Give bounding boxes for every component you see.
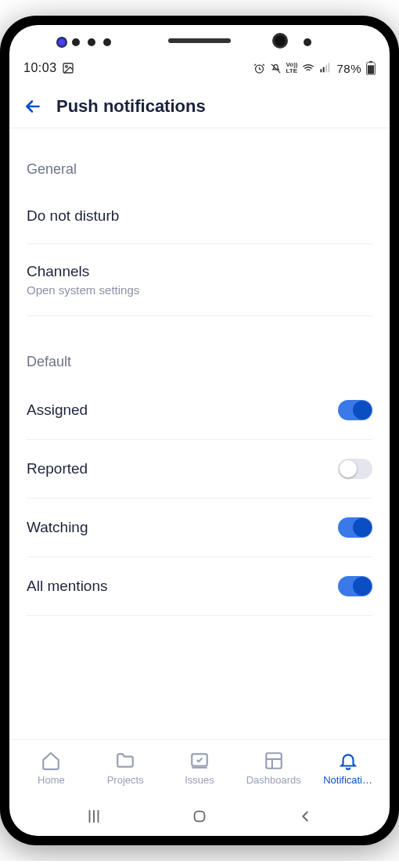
row-label: Watching <box>27 519 88 536</box>
nav-notifications[interactable]: Notificati… <box>311 751 385 786</box>
phone-frame: 10:03 Vo))LTE 78% <box>0 16 399 845</box>
phone-screen: 10:03 Vo))LTE 78% <box>9 25 390 836</box>
issues-icon <box>189 751 210 771</box>
svg-rect-9 <box>368 65 374 74</box>
nav-label: Home <box>38 774 65 786</box>
settings-list[interactable]: General Do not disturb Channels Open sys… <box>9 128 390 739</box>
battery-icon <box>366 61 376 75</box>
row-watching[interactable]: Watching <box>27 499 372 557</box>
row-assigned[interactable]: Assigned <box>27 381 372 440</box>
status-bar: 10:03 Vo))LTE 78% <box>9 45 390 85</box>
svg-rect-3 <box>321 69 322 72</box>
sys-back-button[interactable] <box>289 801 321 832</box>
wifi-icon <box>302 62 315 74</box>
page-title: Push notifications <box>56 96 206 117</box>
nav-dashboards[interactable]: Dashboards <box>236 751 311 786</box>
toggle-watching[interactable] <box>338 517 372 538</box>
nav-home[interactable]: Home <box>14 751 88 786</box>
row-label: Channels <box>27 263 139 280</box>
toggle-reported[interactable] <box>338 459 372 479</box>
row-reported[interactable]: Reported <box>27 440 372 499</box>
alarm-icon <box>253 63 265 74</box>
row-channels[interactable]: Channels Open system settings <box>27 244 372 316</box>
svg-rect-4 <box>323 67 325 73</box>
app-bar: Push notifications <box>9 85 390 128</box>
nav-projects[interactable]: Projects <box>88 751 163 786</box>
nav-label: Projects <box>107 774 144 786</box>
svg-rect-6 <box>329 63 330 72</box>
signal-icon <box>319 62 332 74</box>
row-do-not-disturb[interactable]: Do not disturb <box>27 189 372 244</box>
home-icon <box>41 751 61 771</box>
toggle-assigned[interactable] <box>338 400 372 420</box>
system-nav-bar <box>9 797 390 836</box>
nav-label: Notificati… <box>323 774 372 786</box>
svg-rect-11 <box>266 753 282 769</box>
svg-rect-5 <box>325 65 327 72</box>
battery-percent: 78% <box>336 62 361 75</box>
folder-icon <box>115 751 135 771</box>
section-header-default: Default <box>27 354 372 370</box>
home-button[interactable] <box>184 801 215 832</box>
svg-rect-12 <box>195 812 205 822</box>
image-icon <box>62 62 74 74</box>
recents-button[interactable] <box>78 801 110 832</box>
svg-rect-8 <box>369 61 372 63</box>
row-label: Do not disturb <box>27 207 119 225</box>
row-label: All mentions <box>27 578 108 595</box>
row-label: Assigned <box>27 402 88 419</box>
vibrate-icon <box>270 63 282 74</box>
nav-label: Issues <box>185 774 214 786</box>
svg-point-1 <box>65 66 67 68</box>
row-all-mentions[interactable]: All mentions <box>27 557 372 616</box>
nav-issues[interactable]: Issues <box>163 751 237 786</box>
bell-icon <box>338 751 358 771</box>
dashboard-icon <box>264 751 284 771</box>
status-time: 10:03 <box>23 61 57 75</box>
row-label: Reported <box>27 460 88 477</box>
bottom-nav: Home Projects Issues Dashboards Notifica… <box>9 739 390 797</box>
volte-icon: Vo))LTE <box>286 62 298 74</box>
section-header-general: General <box>27 161 372 178</box>
toggle-all-mentions[interactable] <box>338 576 372 596</box>
nav-label: Dashboards <box>246 774 301 786</box>
back-button[interactable] <box>20 94 45 119</box>
row-subtitle: Open system settings <box>27 283 139 297</box>
